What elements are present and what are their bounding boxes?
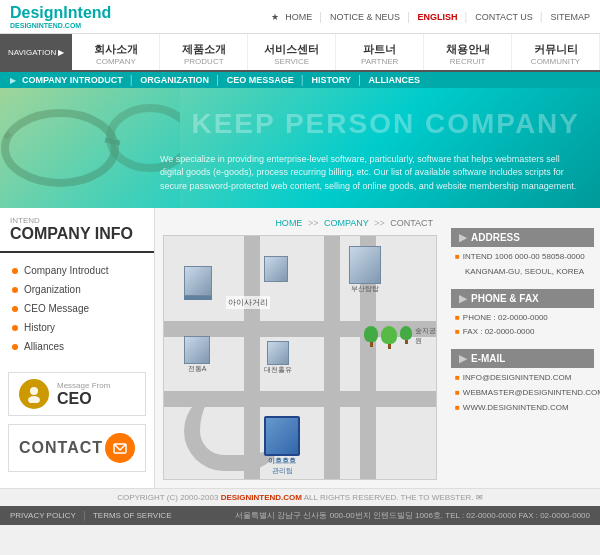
nav-item-service[interactable]: 서비스센터 SERVICE	[248, 34, 336, 70]
top-link-sitemap[interactable]: SITEMAP	[550, 12, 590, 22]
home-breadcrumb: HOME >> COMPANY >> CONTACT	[163, 216, 437, 230]
tree-1	[364, 326, 378, 351]
main-nav: NAVIGATION ▶ 회사소개 COMPANY 제품소개 PRODUCT 서…	[0, 34, 600, 72]
breadcrumb-organization[interactable]: ORGANIZATION	[140, 75, 209, 85]
footer-terms-link[interactable]: TERMS OF SERVICE	[93, 511, 172, 520]
map-container: 부산탐탑 대천홀유 전통A 이흐흐흐 관리팀	[163, 235, 437, 480]
hero-title: KEEP PERSON COMPANY	[191, 108, 580, 140]
top-links: ★ HOME │ NOTICE & NEUS │ ENGLISH │ CONTA…	[271, 12, 590, 22]
address-body: ■INTEND 1006 000-00 58058-0000 KANGNAM-G…	[451, 251, 594, 279]
top-link-contact[interactable]: CONTACT US	[475, 12, 533, 22]
content-area: INTEND COMPANY INFO Company Introduct Or…	[0, 208, 600, 488]
breadcrumb-ceo-message[interactable]: CEO MESSAGE	[227, 75, 294, 85]
nav-item-partner[interactable]: 파트너 PARTNER	[336, 34, 424, 70]
svg-point-6	[28, 396, 40, 403]
hero-banner: KEEP PERSON COMPANY We specialize in pro…	[0, 88, 600, 208]
ceo-text: Message From CEO	[57, 381, 110, 408]
email-header: ▶ E-MAIL	[451, 349, 594, 368]
breadcrumb-nav: ▶ COMPANY INTRODUCT │ ORGANIZATION │ CEO…	[0, 72, 600, 88]
building-main: 이흐흐흐 관리팀	[264, 416, 300, 476]
nav-item-product[interactable]: 제품소개 PRODUCT	[160, 34, 248, 70]
footer-copyright: COPYRIGHT (C) 2000-2003 DESIGNINTEND.COM…	[0, 488, 600, 506]
phone-header: ▶ PHONE & FAX	[451, 289, 594, 308]
footer-site-link[interactable]: DESIGNINTEND.COM	[221, 493, 302, 502]
footer-links: PRIVACY POLICY │ TERMS OF SERVICE	[10, 511, 171, 520]
breadcrumb-company-link[interactable]: COMPANY	[324, 218, 369, 228]
road-vertical-2	[324, 236, 340, 479]
hero-glasses-image	[0, 88, 180, 208]
nav-item-recruit[interactable]: 채용안내 RECRUIT	[424, 34, 512, 70]
email-section: ▶ E-MAIL ■INFO@DESIGNINTEND.COM ■WEBMAST…	[451, 349, 594, 416]
building-1	[184, 266, 212, 300]
tree-2	[381, 326, 397, 351]
top-sep: ★	[271, 12, 279, 22]
sidebar-intend-label: INTEND	[10, 216, 144, 225]
sidebar-item-alliances[interactable]: Alliances	[0, 337, 154, 356]
ceo-icon	[19, 379, 49, 409]
contact-label: CONTACT	[19, 439, 103, 457]
building-3: 부산탐탑	[349, 246, 381, 294]
svg-point-5	[30, 387, 38, 395]
right-panel: ▶ ADDRESS ■INTEND 1006 000-00 58058-0000…	[445, 208, 600, 488]
phone-section: ▶ PHONE & FAX ■PHONE : 02-0000-0000 ■FAX…	[451, 289, 594, 342]
sidebar-item-history[interactable]: History	[0, 318, 154, 337]
top-link-notice[interactable]: NOTICE & NEUS	[330, 12, 400, 22]
top-link-english[interactable]: ENGLISH	[418, 12, 458, 22]
address-section: ▶ ADDRESS ■INTEND 1006 000-00 58058-0000…	[451, 228, 594, 281]
bullet-icon	[12, 325, 18, 331]
bullet-icon	[12, 287, 18, 293]
sidebar-item-ceo-message[interactable]: CEO Message	[0, 299, 154, 318]
building-2	[264, 256, 288, 282]
breadcrumb-home-link[interactable]: HOME	[275, 218, 302, 228]
top-link-home[interactable]: HOME	[285, 12, 312, 22]
nav-label: NAVIGATION ▶	[0, 34, 72, 70]
building-4: 대천홀유	[264, 341, 292, 375]
nav-items: 회사소개 COMPANY 제품소개 PRODUCT 서비스센터 SERVICE …	[72, 34, 600, 70]
nav-item-community[interactable]: 커뮤니티 COMMUNITY	[512, 34, 600, 70]
svg-rect-4	[0, 88, 180, 208]
tree-3	[400, 326, 412, 351]
sidebar-header: INTEND COMPANY INFO	[0, 208, 154, 253]
email-body: ■INFO@DESIGNINTEND.COM ■WEBMASTER@DESIGN…	[451, 372, 594, 414]
address-header: ▶ ADDRESS	[451, 228, 594, 247]
bullet-icon	[12, 344, 18, 350]
tree-group: 숲지공원	[364, 326, 436, 351]
logo: DesignIntend DESIGNINTEND.COM	[10, 4, 111, 29]
sidebar-item-organization[interactable]: Organization	[0, 280, 154, 299]
sidebar-item-company-introduct[interactable]: Company Introduct	[0, 261, 154, 280]
sidebar: INTEND COMPANY INFO Company Introduct Or…	[0, 208, 155, 488]
intersection-label: 아이사거리	[226, 296, 270, 309]
building-5: 전통A	[184, 336, 210, 374]
ceo-box[interactable]: Message From CEO	[8, 372, 146, 416]
main-content: HOME >> COMPANY >> CONTACT	[155, 208, 445, 488]
contact-box[interactable]: CONTACT	[8, 424, 146, 472]
breadcrumb-history[interactable]: HISTORY	[311, 75, 351, 85]
logo-text: Design	[10, 4, 63, 21]
breadcrumb-alliances[interactable]: ALLIANCES	[369, 75, 421, 85]
sidebar-title: COMPANY INFO	[10, 225, 144, 243]
bullet-icon	[12, 306, 18, 312]
bullet-icon	[12, 268, 18, 274]
logo-sub: DESIGNINTEND.COM	[10, 22, 111, 29]
phone-body: ■PHONE : 02-0000-0000 ■FAX : 02-0000-000…	[451, 312, 594, 340]
footer-privacy-link[interactable]: PRIVACY POLICY	[10, 511, 76, 520]
contact-icon	[105, 433, 135, 463]
top-bar: DesignIntend DESIGNINTEND.COM ★ HOME │ N…	[0, 0, 600, 34]
footer-address: 서울특별시 강남구 신사동 000-00번지 인텐드빌딩 1006호. TEL …	[235, 510, 590, 521]
nav-item-company[interactable]: 회사소개 COMPANY	[72, 34, 160, 70]
logo-accent: Intend	[63, 4, 111, 21]
breadcrumb-contact-text: CONTACT	[390, 218, 433, 228]
footer-bottom: PRIVACY POLICY │ TERMS OF SERVICE 서울특별시 …	[0, 506, 600, 525]
breadcrumb-company-introduct[interactable]: COMPANY INTRODUCT	[22, 75, 123, 85]
sidebar-menu: Company Introduct Organization CEO Messa…	[0, 253, 154, 364]
mail-icon: ✉	[476, 493, 483, 502]
hero-text: We specialize in providing enterprise-le…	[160, 153, 580, 194]
